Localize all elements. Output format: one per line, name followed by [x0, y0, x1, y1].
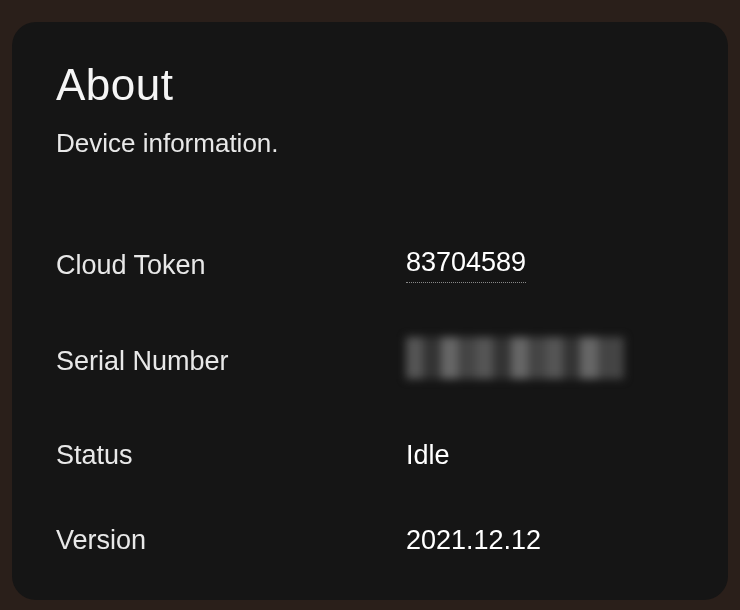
page-subtitle: Device information.	[56, 128, 684, 159]
value-status: Idle	[406, 440, 450, 471]
row-version: Version 2021.12.12	[56, 525, 684, 556]
label-serial-number: Serial Number	[56, 346, 406, 377]
row-cloud-token: Cloud Token 83704589	[56, 247, 684, 283]
row-serial-number: Serial Number	[56, 337, 684, 386]
label-version: Version	[56, 525, 406, 556]
label-cloud-token: Cloud Token	[56, 250, 406, 281]
row-status: Status Idle	[56, 440, 684, 471]
redacted-block	[406, 337, 624, 379]
label-status: Status	[56, 440, 406, 471]
value-serial-number	[406, 337, 624, 386]
page-title: About	[56, 60, 684, 110]
about-card: About Device information. Cloud Token 83…	[12, 22, 728, 600]
value-version: 2021.12.12	[406, 525, 541, 556]
value-cloud-token[interactable]: 83704589	[406, 247, 526, 283]
